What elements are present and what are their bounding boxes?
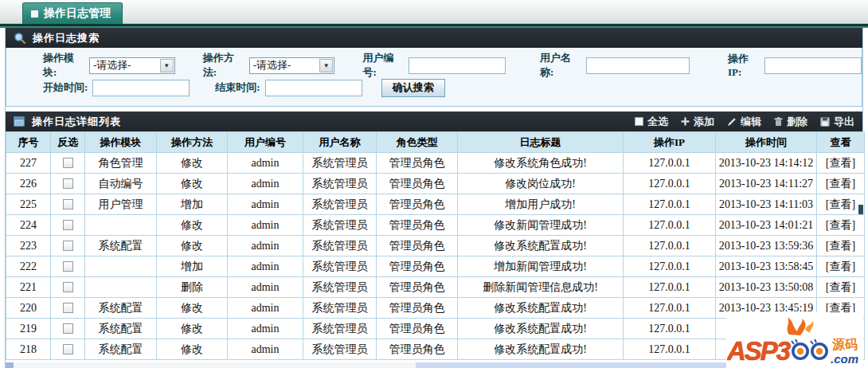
view-link[interactable]: [查看]	[817, 277, 865, 298]
select-all-checkbox[interactable]	[635, 117, 643, 126]
edit-button[interactable]: 编辑	[727, 115, 761, 129]
ip-input[interactable]	[764, 57, 862, 74]
cell-time: 2013-10-23 13:50:08	[716, 277, 817, 298]
view-link[interactable]: [查看]	[817, 153, 865, 174]
cell-user_name: 系统管理员	[303, 277, 377, 298]
cell-module: 系统配置	[85, 339, 157, 360]
row-checkbox[interactable]	[63, 158, 73, 168]
cell-user_name: 系统管理员	[303, 298, 377, 319]
user-id-input[interactable]	[409, 57, 506, 74]
cell-seq: 218	[6, 339, 51, 360]
search-form-row-2: 开始时间: 结束时间: 确认搜索	[43, 76, 862, 99]
list-section-header: 操作日志详细列表 全选 添加 编辑 删除	[6, 112, 862, 131]
cell-checkbox	[51, 339, 85, 360]
column-header: 用户名称	[303, 132, 377, 153]
cell-title: 修改系统配置成功!	[458, 236, 624, 256]
delete-button[interactable]: 删除	[774, 115, 807, 129]
cell-user_name: 系统管理员	[303, 236, 377, 256]
select-all-button[interactable]: 全选	[635, 115, 668, 129]
row-checkbox[interactable]	[63, 220, 73, 230]
row-checkbox[interactable]	[63, 303, 73, 313]
pencil-icon	[727, 117, 737, 127]
view-link[interactable]: [查看]	[817, 256, 865, 277]
search-section-title: 操作日志搜索	[33, 31, 100, 45]
row-checkbox[interactable]	[63, 241, 73, 251]
start-time-input[interactable]	[92, 80, 190, 96]
cell-title: 修改新闻管理成功!	[458, 215, 624, 236]
cell-time: 2013-10-23 14:11:27	[716, 174, 817, 194]
row-checkbox[interactable]	[63, 261, 73, 272]
list-section-title: 操作日志详细列表	[32, 115, 121, 129]
view-link[interactable]: [查看]	[817, 174, 865, 194]
cell-title: 修改岗位成功!	[458, 174, 624, 194]
cell-time: 2013-10-23 14:11:03	[716, 194, 817, 215]
cell-role: 管理员角色	[377, 236, 458, 256]
row-checkbox[interactable]	[63, 178, 73, 189]
cell-checkbox	[51, 298, 85, 319]
user-name-input[interactable]	[586, 57, 690, 74]
add-button[interactable]: 添加	[681, 115, 714, 129]
cell-checkbox	[51, 319, 85, 339]
watermark-brand-text: ASP3	[727, 336, 791, 366]
right-edge-scroll-marker	[858, 205, 863, 214]
cell-seq: 224	[6, 215, 51, 236]
cell-module: 系统配置	[85, 319, 157, 339]
cell-title: 修改系统配置成功!	[458, 298, 624, 319]
cell-ip: 127.0.0.1	[624, 236, 716, 256]
column-header: 反选	[51, 132, 85, 153]
ip-label: 操作IP:	[728, 52, 760, 79]
cell-role: 管理员角色	[377, 215, 458, 236]
watermark-tag-text: 源码	[831, 338, 858, 351]
flame-icon	[788, 317, 806, 335]
cell-title: 修改系统配置成功!	[458, 319, 624, 339]
cell-ip: 127.0.0.1	[624, 339, 716, 360]
method-select[interactable]: -请选择- ▼	[249, 57, 335, 74]
module-select[interactable]: -请选择- ▼	[89, 57, 175, 74]
cell-ip: 127.0.0.1	[624, 256, 716, 277]
cell-module: 系统配置	[85, 236, 157, 256]
cell-seq: 225	[6, 194, 51, 215]
cell-user_id: admin	[228, 236, 303, 256]
cell-module: 自动编号	[85, 174, 157, 194]
cell-checkbox	[51, 236, 85, 256]
view-link[interactable]: [查看]	[817, 194, 865, 215]
edit-label: 编辑	[741, 115, 761, 129]
cell-ip: 127.0.0.1	[624, 215, 716, 236]
cell-ip: 127.0.0.1	[624, 319, 716, 339]
horizontal-scrollbar-left-cap	[6, 362, 14, 368]
method-label: 操作方法:	[203, 51, 244, 80]
cell-user_id: admin	[228, 174, 303, 194]
search-form: 操作模块: -请选择- ▼ 操作方法: -请选择- ▼ 用户编号: 用户名称: …	[6, 48, 862, 107]
row-checkbox[interactable]	[63, 323, 73, 334]
module-select-value: -请选择-	[93, 58, 131, 72]
module-label: 操作模块:	[43, 51, 84, 80]
end-time-input[interactable]	[265, 80, 362, 96]
cell-seq: 221	[6, 277, 51, 298]
export-button[interactable]: 导出	[820, 115, 854, 129]
row-checkbox[interactable]	[63, 282, 73, 292]
cell-user_id: admin	[228, 319, 303, 339]
cell-user_name: 系统管理员	[303, 319, 377, 339]
table-row: 226自动编号修改admin系统管理员管理员角色修改岗位成功!127.0.0.1…	[6, 174, 865, 194]
search-submit-button[interactable]: 确认搜索	[381, 79, 445, 97]
cell-user_id: admin	[228, 153, 303, 174]
cell-method: 修改	[157, 174, 228, 194]
cell-method: 修改	[157, 339, 228, 360]
tab-operation-log[interactable]: 操作日志管理	[22, 2, 123, 24]
row-checkbox[interactable]	[63, 344, 73, 354]
table-row: 227角色管理修改admin系统管理员管理员角色修改系统角色成功!127.0.0…	[6, 153, 865, 174]
cell-role: 管理员角色	[377, 339, 458, 360]
cell-method: 修改	[157, 215, 228, 236]
view-link[interactable]: [查看]	[817, 236, 865, 256]
cell-method: 删除	[157, 277, 228, 298]
horizontal-scrollbar-thumb[interactable]	[416, 362, 778, 368]
cell-seq: 227	[6, 153, 51, 174]
asp300-watermark: ASP3 源码 .com	[726, 312, 863, 368]
cell-user_id: admin	[228, 298, 303, 319]
view-link[interactable]: [查看]	[817, 215, 865, 236]
row-checkbox[interactable]	[63, 199, 73, 209]
search-form-row-1: 操作模块: -请选择- ▼ 操作方法: -请选择- ▼ 用户编号: 用户名称: …	[43, 54, 862, 76]
chevron-down-icon: ▼	[319, 59, 333, 72]
log-table-header-row: 序号反选操作模块操作方法用户编号用户名称角色类型日志标题操作IP操作时间查看	[6, 132, 865, 153]
cell-seq: 223	[6, 236, 51, 256]
